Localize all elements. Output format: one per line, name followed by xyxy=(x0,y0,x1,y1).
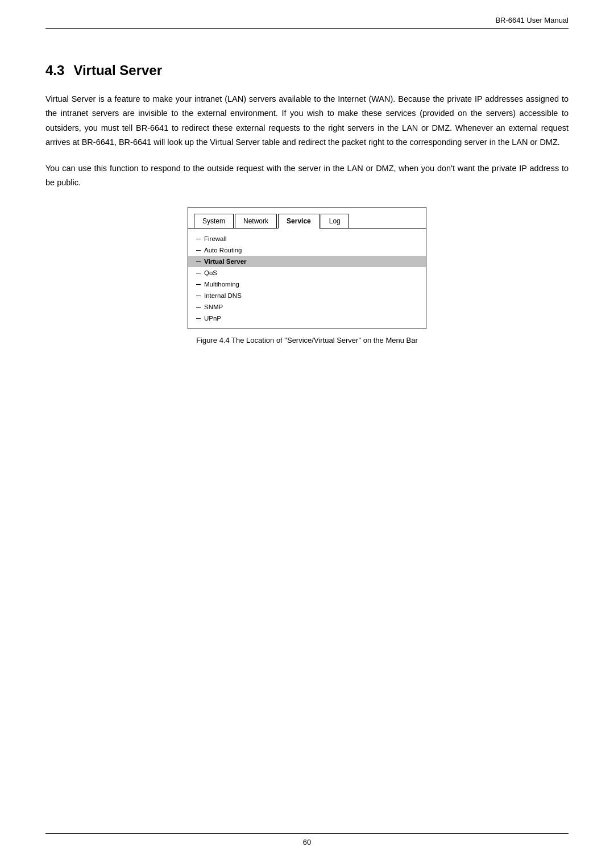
footer-rule xyxy=(45,833,569,834)
menu-item-auto-routing-label: Auto Routing xyxy=(204,247,242,254)
menu-diagram: System Network Service Log Firewall xyxy=(188,207,426,329)
menu-item-upnp-label: UPnP xyxy=(204,315,221,322)
header-text: BR-6641 User Manual xyxy=(495,16,569,24)
tab-service-label: Service xyxy=(287,217,311,225)
menu-item-snmp-label: SNMP xyxy=(204,304,223,310)
paragraph-2: You can use this function to respond to … xyxy=(45,161,569,190)
section-number: 4.3 xyxy=(45,63,64,78)
section-title-text: Virtual Server xyxy=(73,63,162,78)
tab-service[interactable]: Service xyxy=(278,214,320,229)
menu-item-virtual-server-label: Virtual Server xyxy=(204,258,247,265)
content: 4.3Virtual Server Virtual Server is a fe… xyxy=(45,63,569,344)
paragraph-1: Virtual Server is a feature to make your… xyxy=(45,92,569,150)
menu-item-firewall[interactable]: Firewall xyxy=(188,233,426,244)
menu-item-qos-label: QoS xyxy=(204,269,217,276)
menu-item-auto-routing[interactable]: Auto Routing xyxy=(188,244,426,256)
menu-item-multihoming[interactable]: Multihoming xyxy=(188,279,426,290)
section-title: 4.3Virtual Server xyxy=(45,63,569,78)
page-container: BR-6641 User Manual 4.3Virtual Server Vi… xyxy=(0,0,614,868)
figure-container: System Network Service Log Firewall xyxy=(45,207,569,344)
menu-item-internal-dns-label: Internal DNS xyxy=(204,292,242,299)
tab-log-label: Log xyxy=(329,217,341,225)
tab-network[interactable]: Network xyxy=(235,214,277,229)
tab-log[interactable]: Log xyxy=(321,214,349,229)
header-rule xyxy=(45,28,569,29)
tab-network-label: Network xyxy=(243,217,268,225)
menu-item-snmp[interactable]: SNMP xyxy=(188,301,426,313)
menu-item-multihoming-label: Multihoming xyxy=(204,281,239,288)
menu-item-firewall-label: Firewall xyxy=(204,235,227,242)
menu-item-upnp[interactable]: UPnP xyxy=(188,313,426,324)
tab-system-label: System xyxy=(202,217,225,225)
menu-content: Firewall Auto Routing Virtual Server QoS… xyxy=(188,229,426,329)
figure-caption: Figure 4.4 The Location of "Service/Virt… xyxy=(196,336,418,344)
tab-system[interactable]: System xyxy=(194,214,234,229)
menu-item-virtual-server[interactable]: Virtual Server xyxy=(188,256,426,267)
menu-tabs: System Network Service Log xyxy=(188,207,426,229)
menu-item-internal-dns[interactable]: Internal DNS xyxy=(188,290,426,301)
footer-page-number: 60 xyxy=(303,838,311,846)
menu-item-qos[interactable]: QoS xyxy=(188,267,426,279)
